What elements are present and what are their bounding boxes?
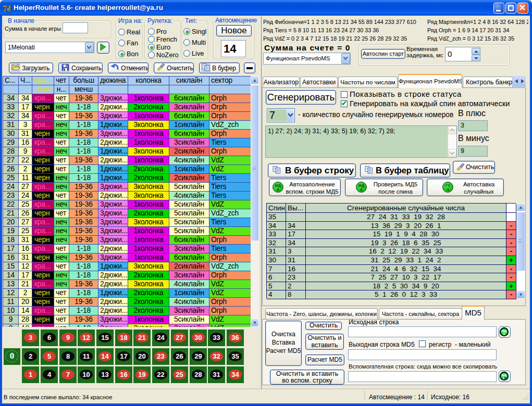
svg-text:7: 7: [3, 4, 7, 13]
